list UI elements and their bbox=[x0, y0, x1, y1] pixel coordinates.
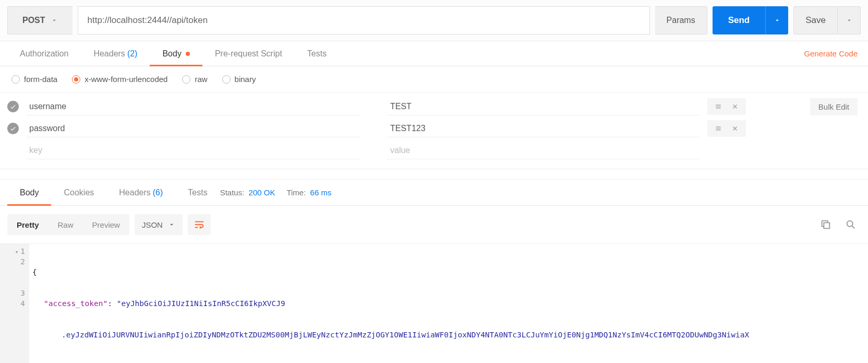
row-enabled-check-icon[interactable] bbox=[7, 101, 19, 112]
radio-form-data[interactable]: form-data bbox=[11, 75, 57, 84]
tab-tests[interactable]: Tests bbox=[295, 41, 339, 66]
search-icon[interactable] bbox=[841, 219, 861, 230]
chevron-down-icon bbox=[168, 221, 175, 228]
line-gutter: ▾1 2 3 4 bbox=[0, 244, 29, 363]
kv-row bbox=[7, 118, 861, 139]
resp-tab-headers-label: Headers bbox=[119, 188, 150, 197]
close-icon[interactable] bbox=[731, 103, 739, 110]
send-button-dropdown[interactable] bbox=[765, 6, 788, 34]
response-meta: Status: 200 OK Time: 66 ms bbox=[220, 188, 335, 197]
row-enabled-check-icon[interactable] bbox=[7, 123, 19, 134]
view-pretty-button[interactable]: Pretty bbox=[7, 214, 49, 235]
json-value: .eyJzdWIiOiJURVNUIiwianRpIjoiZDIyNDMzOTk… bbox=[62, 331, 749, 339]
radio-icon bbox=[11, 75, 20, 84]
kv-row-actions bbox=[707, 98, 746, 115]
save-button-group: Save bbox=[793, 6, 861, 34]
kv-value-input[interactable] bbox=[387, 98, 700, 115]
row-enabled-placeholder bbox=[7, 145, 19, 156]
unsaved-dot-icon bbox=[186, 52, 190, 56]
tab-body[interactable]: Body bbox=[150, 41, 202, 66]
http-method-label: POST bbox=[22, 16, 45, 25]
url-input[interactable] bbox=[78, 6, 650, 34]
radio-icon bbox=[72, 75, 80, 84]
resp-tab-cookies[interactable]: Cookies bbox=[51, 180, 106, 205]
response-body-viewer: ▾1 2 3 4 { "access_token": "eyJhbGciOiJI… bbox=[0, 243, 868, 363]
tab-headers-count: (2) bbox=[127, 49, 138, 58]
kv-row-new bbox=[7, 139, 861, 161]
response-tabs: Body Cookies Headers (6) Tests Status: 2… bbox=[0, 180, 868, 206]
tab-prerequest[interactable]: Pre-request Script bbox=[202, 41, 295, 66]
radio-urlencoded[interactable]: x-www-form-urlencoded bbox=[72, 75, 167, 84]
format-dropdown[interactable]: JSON bbox=[135, 214, 183, 235]
chevron-down-icon bbox=[846, 17, 853, 24]
resp-tab-body[interactable]: Body bbox=[7, 180, 51, 205]
view-raw-button[interactable]: Raw bbox=[49, 214, 83, 235]
body-type-selector: form-data x-www-form-urlencoded raw bina… bbox=[0, 66, 868, 92]
time-value: 66 ms bbox=[310, 188, 332, 197]
kv-key-input[interactable] bbox=[26, 120, 360, 137]
save-button[interactable]: Save bbox=[793, 6, 838, 34]
drag-handle-icon[interactable] bbox=[715, 125, 722, 132]
generate-code-link[interactable]: Generate Code bbox=[804, 49, 861, 58]
radio-raw[interactable]: raw bbox=[182, 75, 207, 84]
view-preview-button[interactable]: Preview bbox=[83, 214, 129, 235]
kv-value-input[interactable] bbox=[387, 120, 700, 137]
format-label: JSON bbox=[142, 220, 163, 229]
close-icon[interactable] bbox=[731, 125, 739, 132]
status-label: Status: 200 OK bbox=[220, 188, 275, 197]
tab-body-label: Body bbox=[162, 49, 181, 58]
body-kv-editor: Bulk Edit bbox=[0, 92, 868, 169]
send-button[interactable]: Send bbox=[713, 6, 766, 34]
view-mode-segment: Pretty Raw Preview bbox=[7, 214, 129, 235]
save-button-dropdown[interactable] bbox=[838, 6, 861, 34]
http-method-dropdown[interactable]: POST bbox=[7, 6, 73, 34]
kv-value-input[interactable] bbox=[387, 142, 700, 159]
radio-binary[interactable]: binary bbox=[222, 75, 256, 84]
time-label: Time: 66 ms bbox=[286, 188, 331, 197]
chevron-down-icon bbox=[774, 17, 781, 24]
chevron-down-icon bbox=[51, 17, 58, 24]
tab-headers-label: Headers bbox=[93, 49, 125, 58]
kv-row-actions bbox=[707, 120, 746, 137]
kv-row: Bulk Edit bbox=[7, 96, 861, 118]
status-value: 200 OK bbox=[249, 188, 275, 197]
tab-authorization[interactable]: Authorization bbox=[7, 41, 81, 66]
radio-binary-label: binary bbox=[235, 75, 256, 84]
resp-tab-headers-count: (6) bbox=[153, 188, 163, 197]
tab-headers[interactable]: Headers (2) bbox=[81, 41, 150, 66]
params-button[interactable]: Params bbox=[655, 6, 707, 34]
resp-tab-tests[interactable]: Tests bbox=[175, 180, 220, 205]
bulk-edit-button[interactable]: Bulk Edit bbox=[810, 98, 858, 115]
response-body-code[interactable]: { "access_token": "eyJhbGciOiJIUzI1NiIsI… bbox=[29, 244, 868, 363]
resp-tab-headers[interactable]: Headers (6) bbox=[106, 180, 175, 205]
kv-key-input[interactable] bbox=[26, 142, 360, 159]
json-value: "eyJhbGciOiJIUzI1NiIsInR5cCI6IkpXVCJ9 bbox=[117, 299, 285, 308]
svg-point-0 bbox=[847, 221, 853, 227]
radio-icon bbox=[222, 75, 231, 84]
copy-icon[interactable] bbox=[816, 219, 836, 230]
send-button-group: Send bbox=[713, 6, 789, 34]
radio-form-data-label: form-data bbox=[24, 75, 57, 84]
wrap-lines-button[interactable] bbox=[188, 214, 211, 235]
drag-handle-icon[interactable] bbox=[715, 103, 722, 110]
response-toolbar: Pretty Raw Preview JSON bbox=[0, 206, 868, 243]
request-tabs: Authorization Headers (2) Body Pre-reque… bbox=[0, 41, 868, 66]
json-key: "access_token" bbox=[44, 299, 107, 308]
radio-raw-label: raw bbox=[195, 75, 207, 84]
radio-urlencoded-label: x-www-form-urlencoded bbox=[85, 75, 167, 84]
kv-key-input[interactable] bbox=[26, 98, 360, 115]
radio-icon bbox=[182, 75, 190, 84]
request-bar: POST Params Send Save bbox=[0, 0, 868, 41]
